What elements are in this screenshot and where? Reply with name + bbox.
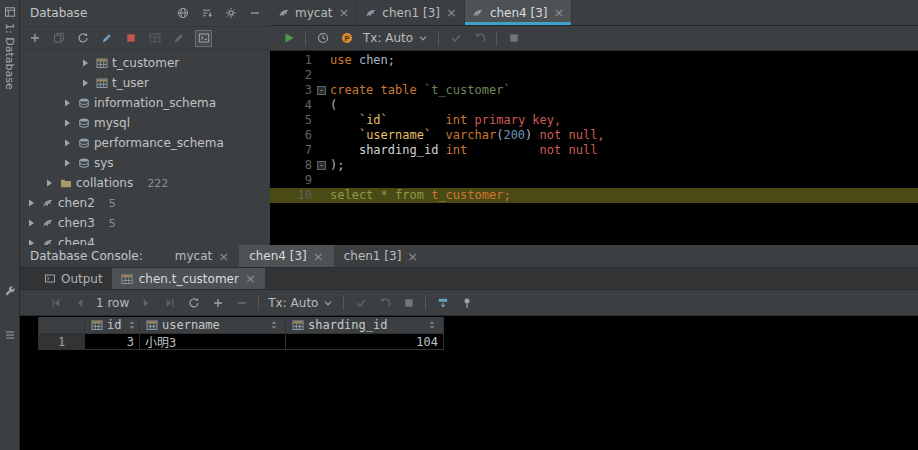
pin-icon[interactable]: [459, 295, 474, 310]
expand-arrow-icon[interactable]: [24, 197, 37, 210]
tree-item-chen4[interactable]: chen4: [20, 233, 270, 245]
code-line-8[interactable]: 8-);: [270, 158, 918, 173]
close-icon[interactable]: ×: [313, 250, 324, 263]
stop-red-icon[interactable]: [123, 31, 138, 46]
result-subtab-Output[interactable]: Output: [34, 268, 112, 289]
column-header-sharding_id[interactable]: sharding_id: [286, 317, 444, 334]
history-icon[interactable]: [315, 31, 330, 46]
fold-marker-icon[interactable]: -: [317, 161, 326, 170]
close-icon[interactable]: ×: [338, 6, 349, 19]
expand-arrow-icon[interactable]: [24, 217, 37, 230]
code-line-5[interactable]: 5 `id` int primary key,: [270, 113, 918, 128]
tree-item-mysql[interactable]: mysql: [20, 113, 270, 133]
database-stripe-button[interactable]: 1: Database: [0, 5, 19, 90]
console-tab-chen1 [3][interactable]: chen1 [3]×: [334, 245, 429, 267]
expand-arrow-icon[interactable]: [78, 57, 91, 70]
column-header-id[interactable]: id: [85, 317, 140, 334]
submit-pencil-icon[interactable]: [99, 31, 114, 46]
grid-corner-cell[interactable]: [39, 317, 85, 334]
code-line-1[interactable]: 1use chen;: [270, 53, 918, 68]
sort-updown-icon[interactable]: [125, 319, 138, 332]
add-row-icon[interactable]: [210, 295, 225, 310]
expand-arrow-icon[interactable]: [42, 177, 55, 190]
mysql-icon: [364, 6, 377, 19]
table-view-icon[interactable]: [147, 31, 162, 46]
tree-item-chen3[interactable]: chen35: [20, 213, 270, 233]
toolbar-divider: [343, 295, 344, 310]
refresh-icon[interactable]: [75, 31, 90, 46]
nav-next-icon[interactable]: [138, 295, 153, 310]
tree-item-sys[interactable]: sys: [20, 153, 270, 173]
tree-item-label: t_customer: [112, 56, 179, 70]
console-tab-chen4 [3][interactable]: chen4 [3]×: [239, 245, 334, 267]
nav-last-icon[interactable]: [162, 295, 177, 310]
expand-arrow-icon[interactable]: [60, 97, 73, 110]
expand-arrow-icon[interactable]: [78, 77, 91, 90]
console-tab-mycat[interactable]: mycat×: [165, 245, 239, 267]
profile-icon[interactable]: P: [339, 31, 354, 46]
run-icon[interactable]: [281, 31, 296, 46]
close-icon[interactable]: ×: [245, 272, 256, 285]
modify-icon[interactable]: [171, 31, 186, 46]
result-subtab-chen.t_customer[interactable]: chen.t_customer×: [112, 268, 265, 289]
database-panel-title: Database: [30, 6, 87, 20]
cell-id[interactable]: 3: [85, 334, 140, 350]
tree-item-performance_schema[interactable]: performance_schema: [20, 133, 270, 153]
sort-updown-icon[interactable]: [267, 319, 280, 332]
tree-item-collations[interactable]: collations222: [20, 173, 270, 193]
cell-sharding_id[interactable]: 104: [286, 334, 444, 350]
code-line-10[interactable]: 10select * from t_customer;: [270, 188, 918, 203]
column-header-username[interactable]: username: [140, 317, 286, 334]
hide-icon[interactable]: [247, 6, 262, 21]
stop-icon[interactable]: [401, 295, 416, 310]
tree-item-t_user[interactable]: t_user: [20, 73, 270, 93]
tx-mode-selector[interactable]: Tx: Auto: [363, 31, 429, 45]
code-line-2[interactable]: 2: [270, 68, 918, 83]
expand-arrow-icon[interactable]: [60, 117, 73, 130]
fold-marker-icon[interactable]: -: [317, 86, 326, 95]
table-icon: [291, 319, 304, 332]
code-line-3[interactable]: 3-create table `t_customer`: [270, 83, 918, 98]
sort-icon[interactable]: [199, 6, 214, 21]
code-line-6[interactable]: 6 `username` varchar(200) not null,: [270, 128, 918, 143]
commit-icon[interactable]: [353, 295, 368, 310]
rollback-icon[interactable]: [377, 295, 392, 310]
row-number-cell[interactable]: 1: [39, 334, 85, 350]
fold-column: [316, 113, 330, 128]
cell-username[interactable]: 小明3: [140, 334, 286, 350]
delete-row-icon[interactable]: [234, 295, 249, 310]
close-icon[interactable]: ×: [218, 250, 229, 263]
duplicate-icon[interactable]: [51, 31, 66, 46]
close-icon[interactable]: ×: [407, 250, 418, 263]
add-icon[interactable]: [27, 31, 42, 46]
editor-tab-chen4 [3][interactable]: chen4 [3]×: [465, 0, 573, 25]
tree-item-chen2[interactable]: chen25: [20, 193, 270, 213]
console-view-icon[interactable]: [195, 30, 212, 47]
expand-arrow-icon[interactable]: [24, 237, 37, 246]
commit-icon[interactable]: [448, 31, 463, 46]
nav-prev-icon[interactable]: [72, 295, 87, 310]
tree-item-t_customer[interactable]: t_customer: [20, 53, 270, 73]
sort-updown-icon[interactable]: [425, 319, 438, 332]
code-line-4[interactable]: 4(: [270, 98, 918, 113]
code-editor[interactable]: 1use chen;23-create table `t_customer`4(…: [270, 51, 918, 245]
code-line-9[interactable]: 9: [270, 173, 918, 188]
rollback-icon[interactable]: [472, 31, 487, 46]
stop-icon[interactable]: [506, 31, 521, 46]
close-icon[interactable]: ×: [446, 6, 457, 19]
editor-tab-mycat[interactable]: mycat×: [270, 0, 357, 25]
expand-arrow-icon[interactable]: [60, 137, 73, 150]
globe-icon[interactable]: [175, 6, 190, 21]
code-line-7[interactable]: 7 sharding_id int not null: [270, 143, 918, 158]
reload-icon[interactable]: [186, 295, 201, 310]
extractor-icon[interactable]: [435, 295, 450, 310]
tx-mode-selector[interactable]: Tx: Auto: [268, 296, 334, 310]
editor-tab-chen1 [3][interactable]: chen1 [3]×: [357, 0, 465, 25]
gear-icon[interactable]: [223, 6, 238, 21]
grid-menu-icon[interactable]: [3, 328, 16, 341]
expand-arrow-icon[interactable]: [60, 157, 73, 170]
wrench-icon[interactable]: [3, 284, 16, 297]
tree-item-information_schema[interactable]: information_schema: [20, 93, 270, 113]
close-icon[interactable]: ×: [554, 6, 565, 19]
nav-first-icon[interactable]: [48, 295, 63, 310]
